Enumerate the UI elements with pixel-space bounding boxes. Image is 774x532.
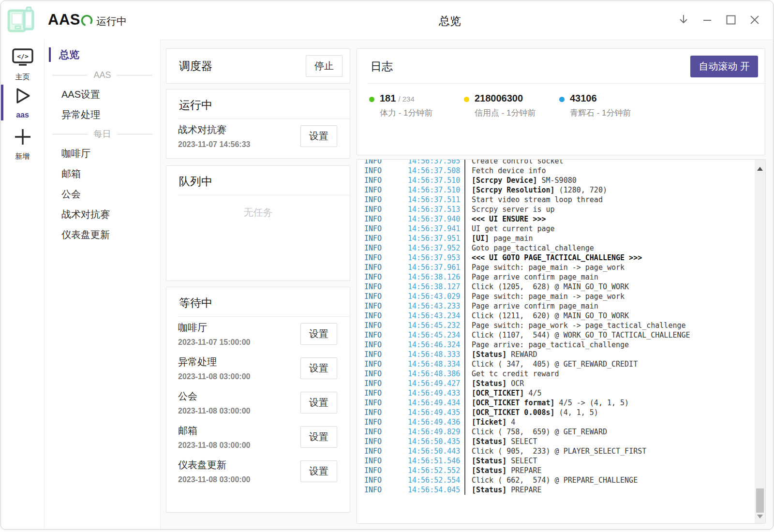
rail-item-aas[interactable]: aas (1, 84, 44, 121)
log-level: INFO (364, 408, 408, 417)
log-line: INFO14:56:46.324Page arrive: page_tactic… (364, 340, 755, 350)
log-card: 日志 自动滚动 开 181/ 234体力 - 1分钟前218006300信用点 … (357, 48, 765, 155)
settings-button[interactable]: 设置 (300, 323, 337, 345)
scrollbar-thumb[interactable] (756, 488, 764, 513)
settings-button[interactable]: 设置 (300, 460, 337, 482)
log-level: INFO (364, 253, 408, 263)
log-level: INFO (364, 359, 408, 369)
log-timestamp: 14:56:49.433 (408, 388, 464, 398)
log-line: INFO14:56:48.334Click ( 347, 405) @ GET_… (364, 359, 755, 369)
log-message: Page arrive confirm page_main (464, 301, 598, 311)
log-timestamp: 14:56:37.941 (408, 224, 464, 234)
log-message: Click ( 347, 405) @ GET_REWARD_CREDIT (464, 359, 638, 369)
log-scroll-area[interactable]: INFO14:56:37.505Create control socketINF… (357, 160, 755, 523)
download-icon[interactable] (671, 9, 695, 31)
settings-button[interactable]: 设置 (300, 357, 337, 379)
app-name: AAS (48, 11, 80, 29)
waiting-task-row: 邮箱2023-11-08 03:00:00设置 (166, 420, 350, 454)
rail-item-label: aas (16, 111, 29, 119)
sidebar-item-label: 仪表盘更新 (61, 228, 110, 241)
log-timestamp: 14:56:37.510 (408, 176, 464, 185)
queued-empty-text: 无任务 (166, 195, 350, 219)
maximize-icon[interactable] (719, 9, 743, 31)
sidebar-item-公会[interactable]: 公会 (45, 184, 160, 204)
log-level: INFO (364, 417, 408, 427)
log-timestamp: 14:56:50.443 (408, 446, 464, 456)
log-line: INFO14:56:50.435[Status] SELECT (364, 437, 755, 446)
log-level: INFO (364, 234, 408, 243)
log-line: INFO14:56:54.045[Status] PREPARE (364, 485, 755, 495)
log-message: Goto page_tactical_challenge (464, 243, 594, 253)
log-level: INFO (364, 292, 408, 301)
log-level: INFO (364, 205, 408, 214)
stat-caption: 体力 - 1分钟前 (380, 107, 464, 118)
log-line: INFO14:56:45.234Click (1107, 544) @ WORK… (364, 330, 755, 340)
log-line: INFO14:56:49.829Click ( 758, 659) @ GET_… (364, 427, 755, 437)
stat-caption: 信用点 - 1分钟前 (475, 107, 559, 118)
resource-stat: 43106青辉石 - 1分钟前 (559, 93, 631, 118)
divider-label: 每日 (94, 128, 111, 140)
settings-button[interactable]: 设置 (300, 125, 337, 147)
log-message: [Ticket] 4 (464, 417, 515, 427)
log-level: INFO (364, 427, 408, 437)
log-message: [Status] SELECT (464, 456, 537, 466)
log-level: INFO (364, 176, 408, 185)
autoscroll-toggle-button[interactable]: 自动滚动 开 (690, 56, 758, 77)
sidebar-item-总览[interactable]: 总览 (45, 44, 160, 66)
task-info: 邮箱2023-11-08 03:00:00 (178, 424, 300, 450)
rail-item-new[interactable]: 新增 (1, 124, 44, 161)
log-message: [OCR_TICKET] 4/5 (464, 388, 542, 398)
rail-item-label: 主页 (15, 73, 30, 82)
log-message: Page arrive: page_tactical_challenge (464, 340, 629, 350)
waiting-task-row: 咖啡厅2023-11-07 15:00:00设置 (166, 317, 350, 351)
log-timestamp: 14:56:51.546 (408, 456, 464, 466)
divider-label: AAS (93, 70, 111, 80)
stop-button[interactable]: 停止 (306, 55, 342, 77)
log-timestamp: 14:56:43.233 (408, 301, 464, 311)
log-timestamp: 14:56:37.508 (408, 166, 464, 176)
minimize-icon[interactable] (695, 9, 719, 31)
log-timestamp: 14:56:45.234 (408, 330, 464, 340)
settings-button[interactable]: 设置 (300, 426, 337, 448)
log-message: Click ( 905, 233) @ PLAYER_SELECT_FIRST (464, 446, 646, 456)
log-line: INFO14:56:37.505Create control socket (364, 160, 755, 166)
settings-button[interactable]: 设置 (300, 392, 337, 414)
task-name: 邮箱 (178, 424, 300, 437)
resource-stat: 218006300信用点 - 1分钟前 (464, 93, 559, 118)
sidebar-item-咖啡厅[interactable]: 咖啡厅 (45, 143, 160, 163)
sidebar-item-战术对抗赛[interactable]: 战术对抗赛 (45, 204, 160, 224)
log-scrollbar[interactable] (755, 160, 765, 523)
scheduler-status-text: 运行中 (96, 15, 127, 28)
status-dot (559, 97, 565, 102)
log-level: INFO (364, 272, 408, 282)
log-timestamp: 14:56:37.961 (408, 263, 464, 272)
log-level: INFO (364, 160, 408, 166)
sidebar-item-label: AAS设置 (61, 88, 100, 101)
active-indicator (49, 47, 51, 62)
log-line: INFO14:56:38.126Page arrive confirm page… (364, 272, 755, 282)
scroll-up-arrow-icon[interactable] (757, 167, 763, 171)
log-line: INFO14:56:37.510[Scrcpy Device] SM-S9080 (364, 176, 755, 185)
log-timestamp: 14:56:37.510 (408, 185, 464, 195)
task-name: 战术对抗赛 (178, 123, 300, 136)
sidebar-item-仪表盘更新[interactable]: 仪表盘更新 (45, 224, 160, 245)
log-level: INFO (364, 263, 408, 272)
log-line: INFO14:56:37.508Fetch device info (364, 166, 755, 176)
log-timestamp: 14:56:37.951 (408, 234, 464, 243)
log-message: [Status] SELECT (464, 437, 537, 446)
log-line: INFO14:56:52.552[Status] PREPARE (364, 466, 755, 475)
rail-item-home[interactable]: </> 主页 (1, 44, 44, 81)
log-timestamp: 14:56:48.333 (408, 350, 464, 359)
task-time: 2023-11-08 03:00:00 (178, 372, 300, 381)
log-line: INFO14:56:49.435[OCR_TICKET 0.008s] (4, … (364, 408, 755, 417)
sidebar-item-异常处理[interactable]: 异常处理 (45, 104, 160, 125)
log-level: INFO (364, 398, 408, 408)
log-message: Scrcpy server is up (464, 205, 555, 214)
sidebar-item-邮箱[interactable]: 邮箱 (45, 163, 160, 184)
scroll-down-arrow-icon[interactable] (757, 515, 763, 518)
sidebar-item-AAS设置[interactable]: AAS设置 (45, 84, 160, 104)
active-indicator (1, 85, 3, 120)
log-timestamp: 14:56:49.434 (408, 398, 464, 408)
close-icon[interactable] (743, 9, 766, 31)
page-title: 总览 (161, 14, 739, 29)
